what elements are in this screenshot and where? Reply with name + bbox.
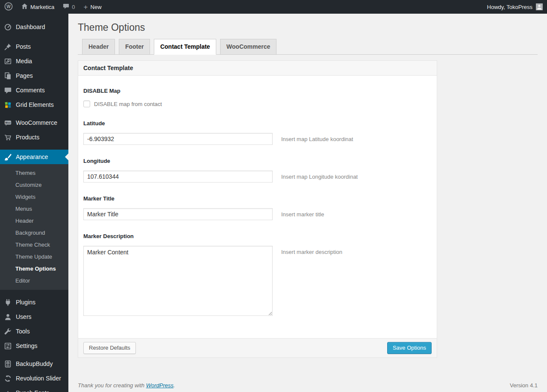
field-latitude: Latitude Insert map Latitude koordinat	[83, 120, 432, 145]
submenu-item-widgets[interactable]: Widgets	[0, 191, 68, 203]
submenu-item-editor[interactable]: Editor	[0, 275, 68, 287]
wordpress-link[interactable]: WordPress	[146, 382, 174, 389]
marker-description-hint: Insert marker description	[281, 249, 342, 255]
panel-header: Contact Template	[78, 61, 437, 76]
sidebar-item-comments[interactable]: Comments	[0, 83, 68, 97]
page-footer: Thank you for creating with WordPress. V…	[78, 382, 538, 389]
svg-text:W: W	[6, 4, 11, 9]
sidebar-item-appearance[interactable]: Appearance	[0, 150, 68, 164]
submenu-item-theme-options[interactable]: Theme Options	[0, 263, 68, 275]
footer-version: Version 4.1	[510, 382, 538, 389]
comment-count: 0	[72, 4, 75, 10]
grid-icon	[3, 100, 12, 109]
svg-text:Woo: Woo	[5, 121, 11, 124]
latitude-label: Latitude	[83, 120, 432, 127]
pages-icon	[3, 71, 12, 80]
disable-map-row: DISABLE map from contact	[83, 100, 432, 107]
refresh-icon	[3, 374, 12, 383]
longitude-label: Longitude	[83, 158, 432, 164]
sidebar-item-users[interactable]: Users	[0, 309, 68, 324]
appearance-submenu: Themes Customize Widgets Menus Header Ba…	[0, 164, 68, 290]
sidebar-item-revolution-slider[interactable]: Revolution Slider	[0, 371, 68, 386]
admin-sidebar: Dashboard Posts Media Pages Comments Gri…	[0, 14, 68, 392]
longitude-row: Insert map Longitude koordinat	[83, 171, 432, 183]
tab-contact-template[interactable]: Contact Template	[154, 39, 216, 55]
field-marker-description: Marker Description Marker Content Insert…	[83, 233, 432, 316]
user-icon	[3, 312, 12, 321]
wordpress-admin: W Marketica 0 + New Howdy, TokoPress	[0, 0, 547, 392]
settings-icon	[3, 342, 12, 350]
disable-map-checkbox[interactable]	[83, 100, 90, 107]
howdy-account-link[interactable]: Howdy, TokoPress	[487, 4, 532, 10]
longitude-hint: Insert map Longitude koordinat	[281, 174, 358, 180]
marker-title-hint: Insert marker title	[281, 211, 324, 218]
longitude-input[interactable]	[83, 171, 273, 183]
marker-description-label: Marker Description	[83, 233, 432, 239]
sidebar-item-products[interactable]: Products	[0, 130, 68, 144]
woocommerce-icon: Woo	[3, 118, 12, 127]
tab-header[interactable]: Header	[82, 39, 115, 54]
page-title: Theme Options	[78, 14, 538, 39]
field-marker-title: Marker Title Insert marker title	[83, 195, 432, 220]
submenu-item-theme-check[interactable]: Theme Check	[0, 239, 68, 251]
admin-bar-right: Howdy, TokoPress	[487, 0, 547, 14]
save-options-button[interactable]: Save Options	[387, 342, 432, 354]
wordpress-logo-icon: W	[4, 2, 13, 12]
sidebar-item-punch-fonts[interactable]: A Punch Fonts	[0, 386, 68, 392]
sidebar-item-woocommerce[interactable]: Woo WooCommerce	[0, 115, 68, 130]
dashboard-icon	[3, 23, 12, 31]
disable-map-checkbox-label: DISABLE map from contact	[94, 101, 162, 107]
restore-defaults-button[interactable]: Restore Defaults	[83, 342, 136, 354]
contact-template-panel: Contact Template DISABLE Map DISABLE map…	[78, 60, 437, 358]
sidebar-item-posts[interactable]: Posts	[0, 39, 68, 54]
brush-icon	[3, 153, 12, 161]
backup-icon	[3, 360, 12, 368]
wrench-icon	[3, 327, 12, 336]
theme-options-tabs: Header Footer Contact Template WooCommer…	[78, 39, 538, 55]
media-icon	[3, 57, 12, 65]
latitude-input[interactable]	[83, 133, 273, 145]
sidebar-item-media[interactable]: Media	[0, 54, 68, 68]
submenu-item-theme-update[interactable]: Theme Update	[0, 251, 68, 263]
submenu-item-header[interactable]: Header	[0, 215, 68, 227]
new-content-menu[interactable]: + New	[79, 0, 106, 14]
submenu-item-customize[interactable]: Customize	[0, 179, 68, 191]
svg-text:A: A	[6, 390, 10, 392]
panel-body: DISABLE Map DISABLE map from contact Lat…	[78, 76, 437, 338]
main-content: Theme Options Header Footer Contact Temp…	[68, 14, 547, 392]
submenu-item-menus[interactable]: Menus	[0, 203, 68, 215]
tab-woocommerce[interactable]: WooCommerce	[220, 39, 276, 54]
tab-footer[interactable]: Footer	[119, 39, 150, 54]
home-icon	[21, 3, 28, 11]
admin-bar-left: W Marketica 0 + New	[0, 0, 106, 14]
field-longitude: Longitude Insert map Longitude koordinat	[83, 158, 432, 183]
current-menu-arrow	[65, 153, 68, 160]
panel-footer: Restore Defaults Save Options	[78, 338, 437, 357]
sidebar-item-pages[interactable]: Pages	[0, 68, 68, 83]
comment-icon	[3, 86, 12, 94]
comments-shortcut[interactable]: 0	[59, 0, 79, 14]
field-disable-map: DISABLE Map DISABLE map from contact	[83, 88, 432, 107]
footer-thanks: Thank you for creating with WordPress.	[78, 382, 175, 389]
cart-icon	[3, 133, 12, 141]
sidebar-item-plugins[interactable]: Plugins	[0, 295, 68, 309]
sidebar-item-dashboard[interactable]: Dashboard	[0, 20, 68, 34]
marker-title-row: Insert marker title	[83, 208, 432, 220]
site-name-link[interactable]: Marketica	[17, 0, 59, 14]
sidebar-item-settings[interactable]: Settings	[0, 339, 68, 353]
admin-bar: W Marketica 0 + New Howdy, TokoPress	[0, 0, 547, 14]
sidebar-item-grid-elements[interactable]: Grid Elements	[0, 97, 68, 112]
submenu-item-background[interactable]: Background	[0, 227, 68, 239]
wordpress-logo-menu[interactable]: W	[0, 0, 17, 14]
disable-map-label: DISABLE Map	[83, 88, 432, 94]
sidebar-item-tools[interactable]: Tools	[0, 324, 68, 339]
site-name: Marketica	[30, 4, 54, 10]
plus-icon: +	[84, 3, 88, 11]
user-avatar[interactable]	[536, 3, 543, 10]
sidebar-item-backupbuddy[interactable]: BackupBuddy	[0, 357, 68, 371]
marker-description-textarea[interactable]: Marker Content	[83, 246, 273, 316]
latitude-hint: Insert map Latitude koordinat	[281, 136, 353, 142]
new-label: New	[91, 4, 102, 10]
marker-title-input[interactable]	[83, 208, 273, 220]
submenu-item-themes[interactable]: Themes	[0, 167, 68, 179]
